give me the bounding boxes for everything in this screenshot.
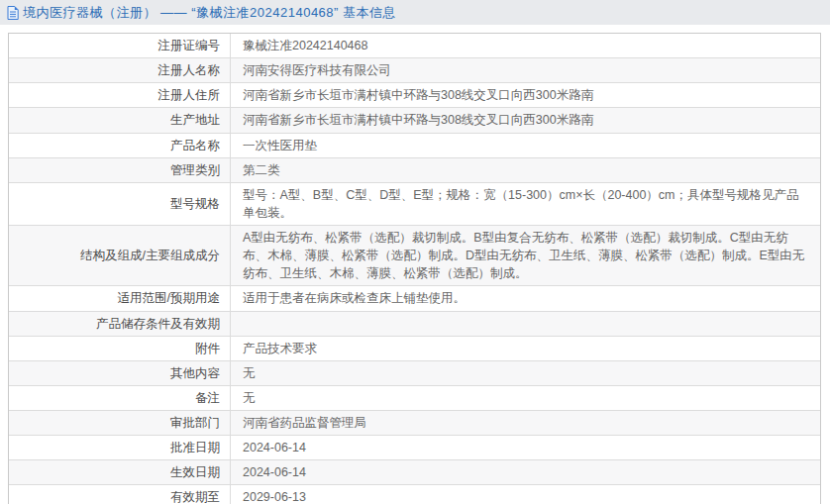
row-label: 注册人名称 bbox=[9, 58, 231, 82]
row-value: 无 bbox=[231, 386, 820, 410]
table-row: 批准日期2024-06-14 bbox=[9, 436, 820, 460]
row-label-text: 生产地址 bbox=[170, 111, 220, 129]
row-label-text: 批准日期 bbox=[170, 439, 220, 456]
row-label-text: 产品储存条件及有效期 bbox=[96, 315, 220, 333]
document-icon bbox=[7, 6, 19, 20]
row-label-text: 生效日期 bbox=[170, 463, 220, 481]
row-value-text: 适用于患者在病床或检查床上铺垫使用。 bbox=[243, 291, 466, 305]
row-value-text: 河南省新乡市长垣市满村镇中环路与308线交叉口向西300米路南 bbox=[243, 113, 593, 127]
row-label: 附件 bbox=[9, 337, 231, 360]
row-label-text: 备注 bbox=[195, 389, 220, 407]
row-label: 备注 bbox=[9, 386, 231, 410]
row-value: A型由无纺布、松紧带（选配）裁切制成。B型由复合无纺布、松紧带（选配）裁切制成。… bbox=[231, 226, 820, 285]
row-value-text: 河南省新乡市长垣市满村镇中环路与308线交叉口向西300米路南 bbox=[243, 88, 593, 102]
row-value: 型号：A型、B型、C型、D型、E型；规格：宽（15-300）cm×长（20-40… bbox=[231, 183, 820, 225]
row-value bbox=[231, 321, 820, 327]
table-row: 注册证编号豫械注准20242140468 bbox=[9, 34, 820, 58]
table-row: 结构及组成/主要组成成分A型由无纺布、松紧带（选配）裁切制成。B型由复合无纺布、… bbox=[9, 226, 820, 286]
table-row: 其他内容无 bbox=[9, 361, 820, 386]
row-label-text: 注册人住所 bbox=[158, 86, 221, 104]
row-label: 生效日期 bbox=[9, 460, 231, 484]
row-label: 审批部门 bbox=[9, 411, 231, 435]
row-value-text: 型号：A型、B型、C型、D型、E型；规格：宽（15-300）cm×长（20-40… bbox=[243, 188, 799, 220]
row-value-text: 2029-06-13 bbox=[243, 490, 306, 504]
table-row: 注册人住所河南省新乡市长垣市满村镇中环路与308线交叉口向西300米路南 bbox=[9, 83, 820, 108]
row-label: 产品名称 bbox=[9, 134, 231, 157]
row-label-text: 注册证编号 bbox=[158, 37, 221, 54]
row-value-text: 产品技术要求 bbox=[243, 342, 317, 355]
row-value: 2029-06-13 bbox=[231, 485, 820, 504]
table-row: 生产地址河南省新乡市长垣市满村镇中环路与308线交叉口向西300米路南 bbox=[9, 108, 820, 133]
registration-info-table: 注册证编号豫械注准20242140468注册人名称河南安得医疗科技有限公司注册人… bbox=[8, 33, 821, 504]
row-value: 一次性医用垫 bbox=[231, 134, 820, 157]
row-label-text: 注册人名称 bbox=[158, 61, 221, 79]
row-value: 2024-06-14 bbox=[231, 460, 820, 484]
row-value: 河南安得医疗科技有限公司 bbox=[231, 58, 820, 82]
row-value: 河南省新乡市长垣市满村镇中环路与308线交叉口向西300米路南 bbox=[231, 83, 820, 107]
row-value-text: 第二类 bbox=[243, 163, 280, 177]
row-label: 管理类别 bbox=[9, 158, 231, 182]
row-label: 适用范围/预期用途 bbox=[9, 286, 231, 310]
row-label: 注册人住所 bbox=[9, 83, 231, 107]
row-label: 产品储存条件及有效期 bbox=[9, 312, 231, 336]
page-title: 境内医疗器械（注册） —— “豫械注准20242140468” 基本信息 bbox=[23, 4, 396, 22]
row-value: 河南省药品监督管理局 bbox=[231, 411, 820, 435]
row-label: 有效期至 bbox=[9, 485, 231, 504]
table-row: 有效期至2029-06-13 bbox=[9, 485, 820, 504]
row-value: 2024-06-14 bbox=[231, 436, 820, 459]
row-label-text: 结构及组成/主要组成成分 bbox=[80, 247, 220, 264]
row-value: 豫械注准20242140468 bbox=[231, 34, 820, 57]
row-label-text: 有效期至 bbox=[170, 488, 220, 504]
row-value: 河南省新乡市长垣市满村镇中环路与308线交叉口向西300米路南 bbox=[231, 108, 820, 132]
row-value: 第二类 bbox=[231, 158, 820, 182]
table-row: 备注无 bbox=[9, 386, 820, 411]
row-label: 其他内容 bbox=[9, 361, 231, 385]
row-value: 适用于患者在病床或检查床上铺垫使用。 bbox=[231, 286, 820, 310]
row-label-text: 附件 bbox=[195, 340, 220, 357]
table-row: 适用范围/预期用途适用于患者在病床或检查床上铺垫使用。 bbox=[9, 286, 820, 311]
row-label: 注册证编号 bbox=[9, 34, 231, 57]
row-label: 结构及组成/主要组成成分 bbox=[9, 226, 231, 285]
row-value-text: 豫械注准20242140468 bbox=[243, 39, 367, 52]
table-row: 产品名称一次性医用垫 bbox=[9, 134, 820, 158]
table-row: 审批部门河南省药品监督管理局 bbox=[9, 411, 820, 436]
table-row: 附件产品技术要求 bbox=[9, 337, 820, 361]
row-label-text: 其他内容 bbox=[170, 364, 220, 382]
table-row: 管理类别第二类 bbox=[9, 158, 820, 183]
page-header: 境内医疗器械（注册） —— “豫械注准20242140468” 基本信息 bbox=[0, 0, 830, 25]
row-value-text: 河南安得医疗科技有限公司 bbox=[243, 63, 391, 77]
row-label-text: 审批部门 bbox=[170, 414, 220, 432]
row-value-text: 2024-06-14 bbox=[243, 465, 306, 479]
row-label-text: 型号规格 bbox=[170, 195, 220, 213]
row-label-text: 产品名称 bbox=[170, 137, 220, 154]
row-value-text: 一次性医用垫 bbox=[243, 139, 317, 152]
row-label: 生产地址 bbox=[9, 108, 231, 132]
row-value-text: 无 bbox=[243, 391, 256, 405]
row-label-text: 适用范围/预期用途 bbox=[118, 289, 220, 307]
row-value: 产品技术要求 bbox=[231, 337, 820, 360]
table-row: 型号规格型号：A型、B型、C型、D型、E型；规格：宽（15-300）cm×长（2… bbox=[9, 183, 820, 226]
table-row: 生效日期2024-06-14 bbox=[9, 460, 820, 485]
row-value-text: 2024-06-14 bbox=[243, 441, 306, 454]
row-value-text: 无 bbox=[243, 366, 256, 380]
row-label: 批准日期 bbox=[9, 436, 231, 459]
row-label-text: 管理类别 bbox=[170, 161, 220, 179]
table-row: 注册人名称河南安得医疗科技有限公司 bbox=[9, 58, 820, 83]
row-label: 型号规格 bbox=[9, 183, 231, 225]
row-value-text: 河南省药品监督管理局 bbox=[243, 416, 366, 430]
table-row: 产品储存条件及有效期 bbox=[9, 312, 820, 337]
row-value-text: A型由无纺布、松紧带（选配）裁切制成。B型由复合无纺布、松紧带（选配）裁切制成。… bbox=[243, 231, 804, 280]
row-value: 无 bbox=[231, 361, 820, 385]
